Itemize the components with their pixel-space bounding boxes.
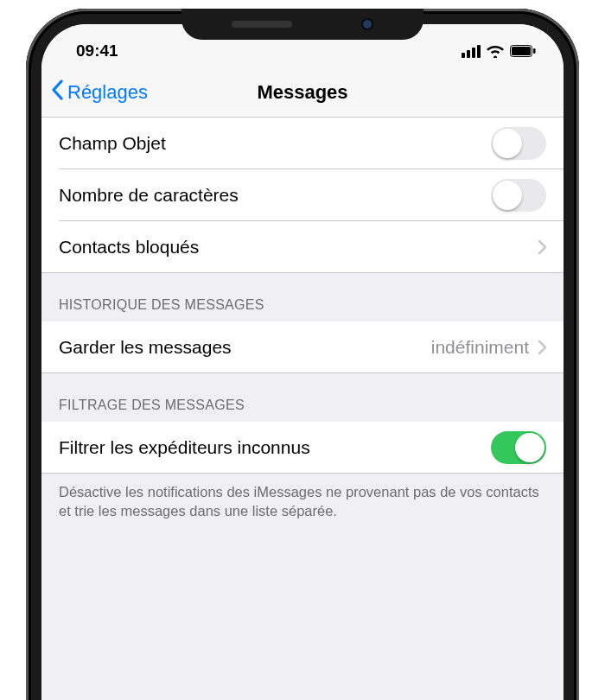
chevron-left-icon bbox=[50, 80, 64, 105]
row-label: Contacts bloqués bbox=[59, 237, 199, 258]
chevron-right-icon bbox=[538, 239, 546, 255]
nav-bar: Réglages Messages bbox=[41, 67, 564, 118]
row-blocked-contacts[interactable]: Contacts bloqués bbox=[41, 221, 564, 273]
section-footer-filtering: Désactive les notifications des iMessage… bbox=[41, 474, 564, 538]
section-header-history: HISTORIQUE DES MESSAGES bbox=[41, 273, 564, 321]
settings-list: Champ Objet Nombre de caractères Contact… bbox=[41, 118, 564, 538]
battery-icon bbox=[510, 45, 536, 57]
row-label: Champ Objet bbox=[59, 133, 166, 154]
toggle-character-count[interactable] bbox=[491, 179, 546, 212]
row-value: indéfiniment bbox=[431, 337, 529, 358]
row-character-count[interactable]: Nombre de caractères bbox=[41, 169, 564, 221]
toggle-show-subject[interactable] bbox=[491, 127, 546, 160]
svg-rect-2 bbox=[533, 48, 536, 54]
nav-title: Messages bbox=[257, 81, 347, 104]
camera-lens bbox=[361, 18, 373, 30]
back-button[interactable]: Réglages bbox=[50, 80, 148, 105]
row-label: Garder les messages bbox=[59, 337, 232, 358]
svg-rect-1 bbox=[512, 47, 531, 55]
row-show-subject-field[interactable]: Champ Objet bbox=[41, 118, 564, 169]
chevron-right-icon bbox=[538, 340, 546, 355]
row-keep-messages[interactable]: Garder les messages indéfiniment bbox=[41, 321, 564, 373]
section-header-filtering: FILTRAGE DES MESSAGES bbox=[41, 373, 564, 422]
screen: 09:41 Réglages Messages bbox=[41, 24, 564, 700]
notch bbox=[182, 9, 424, 40]
row-label: Filtrer les expéditeurs inconnus bbox=[59, 437, 310, 458]
cellular-signal-icon bbox=[462, 45, 481, 58]
row-filter-unknown-senders[interactable]: Filtrer les expéditeurs inconnus bbox=[41, 422, 564, 474]
wifi-icon bbox=[486, 44, 505, 58]
speaker-grill bbox=[232, 21, 292, 28]
row-label: Nombre de caractères bbox=[59, 185, 239, 206]
device-frame: 09:41 Réglages Messages bbox=[26, 9, 579, 700]
back-label: Réglages bbox=[67, 81, 148, 104]
toggle-filter-unknown[interactable] bbox=[491, 431, 546, 464]
status-time: 09:41 bbox=[76, 41, 118, 60]
